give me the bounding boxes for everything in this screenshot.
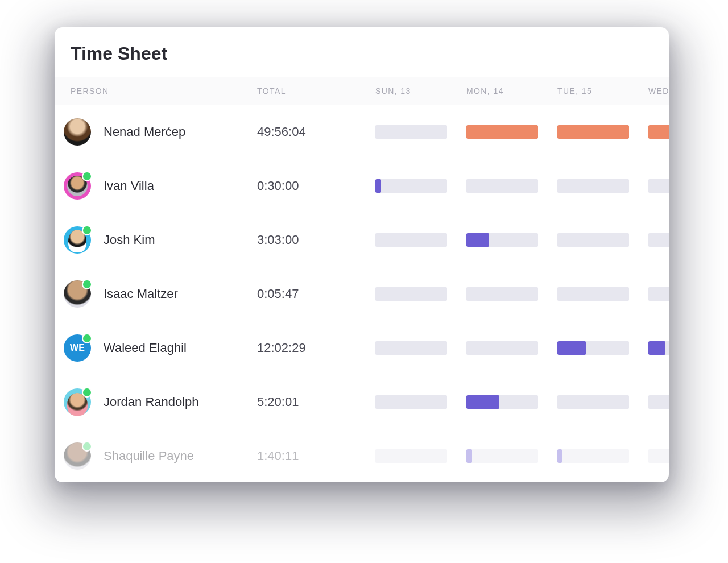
day-bars <box>375 449 669 463</box>
day-bars <box>375 179 669 193</box>
time-bar-track <box>375 341 447 355</box>
time-bar-track <box>466 179 538 193</box>
person-cell[interactable]: Josh Kim <box>64 226 257 254</box>
time-bar-track <box>466 125 538 139</box>
day-cell[interactable] <box>466 179 557 193</box>
time-bar-track <box>375 449 447 463</box>
table-row[interactable]: Nenad Merćep49:56:04 <box>55 105 669 159</box>
time-bar-track <box>466 395 538 409</box>
presence-indicator-icon <box>82 333 92 343</box>
header-day-sun[interactable]: SUN, 13 <box>375 86 466 96</box>
time-bar-track <box>557 341 629 355</box>
day-bars <box>375 395 669 409</box>
time-bar-fill <box>466 449 472 463</box>
person-cell[interactable]: Ivan Villa <box>64 172 257 200</box>
time-bar-track <box>557 287 629 301</box>
day-cell[interactable] <box>557 287 648 301</box>
day-cell[interactable] <box>648 395 669 409</box>
day-bars <box>375 125 669 139</box>
avatar[interactable] <box>64 442 91 470</box>
day-cell[interactable] <box>375 125 466 139</box>
time-bar-track <box>466 449 538 463</box>
time-bar-track <box>557 395 629 409</box>
table-row[interactable]: Shaquille Payne1:40:11 <box>55 429 669 482</box>
person-cell[interactable]: WEWaleed Elaghil <box>64 334 257 362</box>
total-time: 0:30:00 <box>257 179 375 193</box>
avatar[interactable] <box>64 280 91 308</box>
day-cell[interactable] <box>648 179 669 193</box>
day-bars <box>375 233 669 247</box>
presence-indicator-icon <box>82 225 92 235</box>
day-bars <box>375 287 669 301</box>
avatar[interactable] <box>64 172 91 200</box>
day-cell[interactable] <box>557 341 648 355</box>
header-day-mon[interactable]: MON, 14 <box>466 86 557 96</box>
time-bar-fill <box>557 125 629 139</box>
time-bar-track <box>375 395 447 409</box>
day-cell[interactable] <box>648 125 669 139</box>
person-name: Jordan Randolph <box>104 395 199 409</box>
day-cell[interactable] <box>466 233 557 247</box>
day-cell[interactable] <box>375 287 466 301</box>
day-cell[interactable] <box>375 233 466 247</box>
time-bar-track <box>648 125 669 139</box>
day-cell[interactable] <box>557 449 648 463</box>
total-time: 12:02:29 <box>257 341 375 355</box>
avatar[interactable] <box>64 388 91 416</box>
day-cell[interactable] <box>375 395 466 409</box>
total-time: 49:56:04 <box>257 125 375 139</box>
day-cell[interactable] <box>648 341 669 355</box>
day-cell[interactable] <box>375 341 466 355</box>
presence-indicator-icon <box>82 171 92 181</box>
avatar[interactable] <box>64 118 91 146</box>
day-cell[interactable] <box>648 233 669 247</box>
person-cell[interactable]: Isaac Maltzer <box>64 280 257 308</box>
header-day-wed[interactable]: WED, <box>648 86 669 96</box>
time-bar-track <box>375 287 447 301</box>
day-cell[interactable] <box>375 449 466 463</box>
time-bar-track <box>466 287 538 301</box>
avatar[interactable] <box>64 226 91 254</box>
time-bar-fill <box>375 179 381 193</box>
day-bars <box>375 341 669 355</box>
header-day-tue[interactable]: TUE, 15 <box>557 86 648 96</box>
day-cell[interactable] <box>648 287 669 301</box>
day-cell[interactable] <box>466 125 557 139</box>
day-cell[interactable] <box>557 179 648 193</box>
table-row[interactable]: Ivan Villa0:30:00 <box>55 159 669 213</box>
table-row[interactable]: Josh Kim3:03:00 <box>55 213 669 267</box>
time-bar-fill <box>557 449 562 463</box>
timesheet-card: Time Sheet PERSON TOTAL SUN, 13 MON, 14 … <box>55 27 669 482</box>
day-cell[interactable] <box>466 395 557 409</box>
day-cell[interactable] <box>557 125 648 139</box>
day-cell[interactable] <box>375 179 466 193</box>
day-cell[interactable] <box>466 449 557 463</box>
person-name: Waleed Elaghil <box>104 341 187 355</box>
time-bar-track <box>648 395 669 409</box>
person-cell[interactable]: Shaquille Payne <box>64 442 257 470</box>
time-bar-fill <box>648 341 665 355</box>
person-cell[interactable]: Jordan Randolph <box>64 388 257 416</box>
time-bar-track <box>375 233 447 247</box>
person-name: Isaac Maltzer <box>104 287 178 301</box>
day-cell[interactable] <box>648 449 669 463</box>
person-cell[interactable]: Nenad Merćep <box>64 118 257 146</box>
time-bar-fill <box>466 233 489 247</box>
day-cell[interactable] <box>466 287 557 301</box>
table-row[interactable]: Isaac Maltzer0:05:47 <box>55 267 669 321</box>
day-cell[interactable] <box>557 395 648 409</box>
avatar[interactable]: WE <box>64 334 91 362</box>
table-row[interactable]: Jordan Randolph5:20:01 <box>55 375 669 429</box>
time-bar-track <box>648 179 669 193</box>
time-bar-track <box>466 341 538 355</box>
day-cell[interactable] <box>466 341 557 355</box>
table-header: PERSON TOTAL SUN, 13 MON, 14 TUE, 15 WED… <box>55 77 669 105</box>
presence-indicator-icon <box>82 387 92 398</box>
day-cell[interactable] <box>557 233 648 247</box>
time-bar-track <box>648 233 669 247</box>
table-row[interactable]: WEWaleed Elaghil12:02:29 <box>55 321 669 375</box>
header-person[interactable]: PERSON <box>71 86 257 96</box>
time-bar-track <box>466 233 538 247</box>
header-total[interactable]: TOTAL <box>257 86 375 96</box>
time-bar-track <box>557 125 629 139</box>
